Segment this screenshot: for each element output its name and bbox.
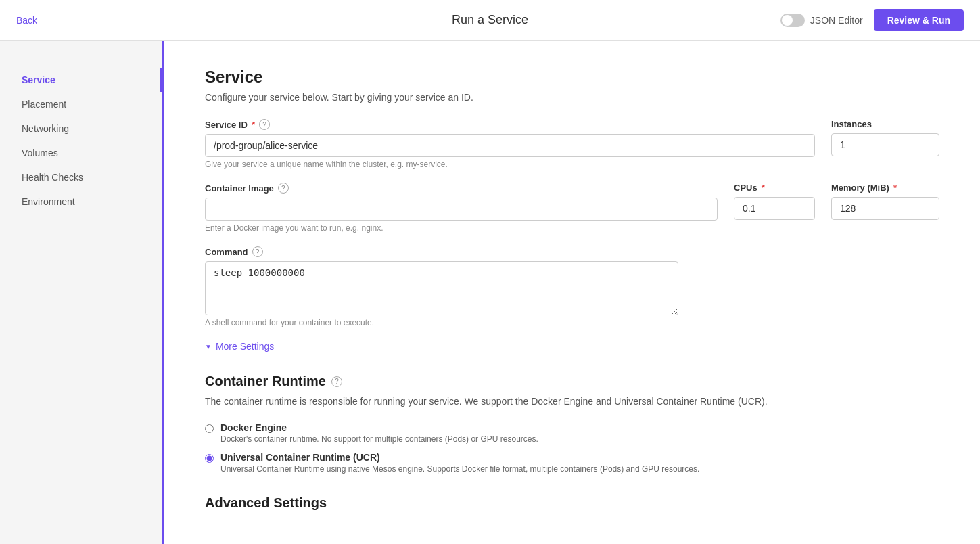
header: Back Run a Service JSON Editor Review & … xyxy=(0,0,980,41)
ucr-desc: Universal Container Runtime using native… xyxy=(220,464,699,474)
more-settings-toggle[interactable]: ▼ More Settings xyxy=(205,341,939,352)
more-settings-chevron-icon: ▼ xyxy=(205,343,212,350)
container-image-help-icon[interactable]: ? xyxy=(278,183,289,194)
ucr-radio[interactable] xyxy=(205,454,214,463)
sidebar-item-health-checks[interactable]: Health Checks xyxy=(0,165,162,189)
service-id-label: Service ID * ? xyxy=(205,119,815,130)
instances-label: Instances xyxy=(831,119,939,129)
cpus-input[interactable] xyxy=(734,197,815,220)
layout: Service Placement Networking Volumes Hea… xyxy=(0,41,980,544)
sidebar-item-service[interactable]: Service xyxy=(0,68,162,92)
service-id-hint: Give your service a unique name within t… xyxy=(205,160,815,169)
container-image-label: Container Image ? xyxy=(205,183,718,194)
memory-required: * xyxy=(893,183,897,193)
sidebar-item-placement[interactable]: Placement xyxy=(0,92,162,116)
cpus-required: * xyxy=(762,183,765,193)
cpus-label: CPUs * xyxy=(734,183,815,193)
json-editor-toggle-wrapper: JSON Editor xyxy=(780,14,863,27)
command-label: Command ? xyxy=(205,246,939,257)
container-runtime-desc: The container runtime is responsible for… xyxy=(205,394,939,409)
section-title: Service xyxy=(205,68,939,87)
cpus-group: CPUs * xyxy=(734,183,815,233)
container-runtime-title: Container Runtime ? xyxy=(205,373,939,389)
header-right: JSON Editor Review & Run xyxy=(780,9,964,31)
runtime-radio-group: Docker Engine Docker's container runtime… xyxy=(205,422,939,474)
service-id-row: Service ID * ? Give your service a uniqu… xyxy=(205,119,939,169)
docker-engine-text: Docker Engine Docker's container runtime… xyxy=(220,422,538,444)
docker-engine-option: Docker Engine Docker's container runtime… xyxy=(205,422,939,444)
memory-input[interactable] xyxy=(831,197,939,220)
sidebar-item-volumes[interactable]: Volumes xyxy=(0,141,162,165)
page-title: Run a Service xyxy=(452,13,528,27)
instances-input[interactable] xyxy=(831,133,939,156)
json-editor-label: JSON Editor xyxy=(810,15,863,26)
instances-group: Instances xyxy=(831,119,939,169)
container-image-input[interactable] xyxy=(205,198,718,221)
docker-engine-label[interactable]: Docker Engine xyxy=(220,422,287,433)
container-row: Container Image ? Enter a Docker image y… xyxy=(205,183,939,233)
container-image-group: Container Image ? Enter a Docker image y… xyxy=(205,183,718,233)
memory-label: Memory (MiB) * xyxy=(831,183,939,193)
docker-engine-desc: Docker's container runtime. No support f… xyxy=(220,434,538,444)
ucr-label[interactable]: Universal Container Runtime (UCR) xyxy=(220,452,380,463)
back-link[interactable]: Back xyxy=(16,15,37,26)
json-editor-toggle[interactable] xyxy=(780,14,805,27)
more-settings-label: More Settings xyxy=(216,341,274,352)
service-id-help-icon[interactable]: ? xyxy=(259,119,270,130)
service-id-input[interactable] xyxy=(205,134,815,157)
service-id-group: Service ID * ? Give your service a uniqu… xyxy=(205,119,815,169)
advanced-settings-title: Advanced Settings xyxy=(205,495,939,511)
sidebar: Service Placement Networking Volumes Hea… xyxy=(0,41,162,544)
main-content: Service Configure your service below. St… xyxy=(162,41,980,544)
sidebar-item-networking[interactable]: Networking xyxy=(0,116,162,141)
command-group: Command ? A shell command for your conta… xyxy=(205,246,939,327)
memory-group: Memory (MiB) * xyxy=(831,183,939,233)
toggle-knob xyxy=(782,15,793,26)
sidebar-item-environment[interactable]: Environment xyxy=(0,189,162,214)
section-desc: Configure your service below. Start by g… xyxy=(205,92,939,103)
container-image-hint: Enter a Docker image you want to run, e.… xyxy=(205,223,718,233)
command-hint: A shell command for your container to ex… xyxy=(205,318,939,327)
docker-engine-radio[interactable] xyxy=(205,424,214,433)
service-id-required: * xyxy=(252,120,255,130)
container-runtime-help-icon[interactable]: ? xyxy=(331,376,342,387)
review-run-button[interactable]: Review & Run xyxy=(874,9,964,31)
ucr-text: Universal Container Runtime (UCR) Univer… xyxy=(220,452,699,474)
ucr-option: Universal Container Runtime (UCR) Univer… xyxy=(205,452,939,474)
command-help-icon[interactable]: ? xyxy=(252,246,263,257)
command-input[interactable] xyxy=(205,261,678,315)
